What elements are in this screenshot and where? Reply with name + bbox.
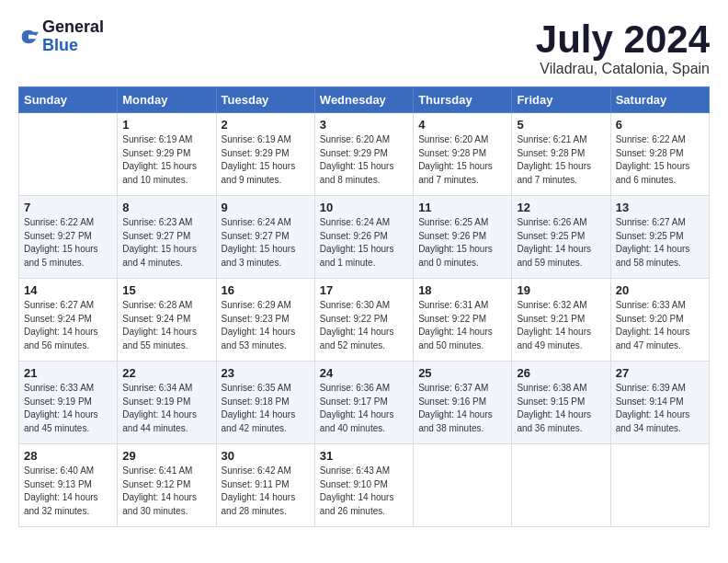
day-number: 20 <box>616 283 704 297</box>
calendar-cell <box>512 444 610 527</box>
cell-info: Sunrise: 6:39 AM Sunset: 9:14 PM Dayligh… <box>616 382 704 435</box>
cell-info: Sunrise: 6:27 AM Sunset: 9:25 PM Dayligh… <box>616 216 704 270</box>
cell-info: Sunrise: 6:20 AM Sunset: 9:29 PM Dayligh… <box>320 133 408 187</box>
calendar-table: Sunday Monday Tuesday Wednesday Thursday… <box>18 86 710 527</box>
header-saturday: Saturday <box>610 87 709 113</box>
logo-blue: Blue <box>42 37 104 55</box>
day-number: 7 <box>24 201 112 214</box>
calendar-cell: 27Sunrise: 6:39 AM Sunset: 9:14 PM Dayli… <box>610 362 709 444</box>
location: Viladrau, Catalonia, Spain <box>536 61 710 77</box>
cell-info: Sunrise: 6:22 AM Sunset: 9:27 PM Dayligh… <box>24 216 112 270</box>
calendar-cell: 1Sunrise: 6:19 AM Sunset: 9:29 PM Daylig… <box>118 113 216 196</box>
day-number: 8 <box>122 201 210 214</box>
calendar-cell: 22Sunrise: 6:34 AM Sunset: 9:19 PM Dayli… <box>118 362 216 444</box>
day-number: 13 <box>616 201 704 214</box>
day-number: 21 <box>24 366 112 380</box>
week-row: 1Sunrise: 6:19 AM Sunset: 9:29 PM Daylig… <box>19 113 710 196</box>
day-number: 2 <box>222 118 310 132</box>
day-number: 6 <box>616 118 704 132</box>
day-number: 14 <box>24 283 112 297</box>
cell-info: Sunrise: 6:40 AM Sunset: 9:13 PM Dayligh… <box>24 465 112 518</box>
day-number: 22 <box>122 366 210 380</box>
calendar-cell: 15Sunrise: 6:28 AM Sunset: 9:24 PM Dayli… <box>118 279 216 362</box>
cell-info: Sunrise: 6:37 AM Sunset: 9:16 PM Dayligh… <box>418 382 506 435</box>
title-block: July 2024 Viladrau, Catalonia, Spain <box>536 18 710 77</box>
calendar-cell: 4Sunrise: 6:20 AM Sunset: 9:28 PM Daylig… <box>414 113 512 196</box>
day-number: 23 <box>222 366 310 380</box>
calendar-cell: 20Sunrise: 6:33 AM Sunset: 9:20 PM Dayli… <box>610 279 709 362</box>
cell-info: Sunrise: 6:24 AM Sunset: 9:26 PM Dayligh… <box>320 216 408 270</box>
day-number: 31 <box>320 449 408 463</box>
day-number: 9 <box>222 201 310 214</box>
day-number: 15 <box>122 283 210 297</box>
header-monday: Monday <box>118 87 216 113</box>
day-number: 27 <box>616 366 704 380</box>
calendar-cell: 18Sunrise: 6:31 AM Sunset: 9:22 PM Dayli… <box>414 279 512 362</box>
day-number: 1 <box>122 118 210 132</box>
header-row: Sunday Monday Tuesday Wednesday Thursday… <box>19 87 710 113</box>
calendar-cell: 16Sunrise: 6:29 AM Sunset: 9:23 PM Dayli… <box>216 279 314 362</box>
calendar-cell: 8Sunrise: 6:23 AM Sunset: 9:27 PM Daylig… <box>118 196 216 279</box>
calendar-cell: 9Sunrise: 6:24 AM Sunset: 9:27 PM Daylig… <box>216 196 314 279</box>
calendar-cell: 30Sunrise: 6:42 AM Sunset: 9:11 PM Dayli… <box>216 444 314 527</box>
calendar-cell: 21Sunrise: 6:33 AM Sunset: 9:19 PM Dayli… <box>19 362 118 444</box>
header-thursday: Thursday <box>414 87 512 113</box>
calendar-cell: 10Sunrise: 6:24 AM Sunset: 9:26 PM Dayli… <box>314 196 413 279</box>
cell-info: Sunrise: 6:33 AM Sunset: 9:19 PM Dayligh… <box>24 382 112 435</box>
logo-general: General <box>42 18 104 37</box>
cell-info: Sunrise: 6:35 AM Sunset: 9:18 PM Dayligh… <box>222 382 310 435</box>
cell-info: Sunrise: 6:41 AM Sunset: 9:12 PM Dayligh… <box>122 465 210 518</box>
day-number: 30 <box>222 449 310 463</box>
cell-info: Sunrise: 6:30 AM Sunset: 9:22 PM Dayligh… <box>320 299 408 352</box>
cell-info: Sunrise: 6:25 AM Sunset: 9:26 PM Dayligh… <box>418 216 506 270</box>
day-number: 18 <box>418 283 506 297</box>
cell-info: Sunrise: 6:29 AM Sunset: 9:23 PM Dayligh… <box>222 299 310 352</box>
cell-info: Sunrise: 6:21 AM Sunset: 9:28 PM Dayligh… <box>517 133 605 187</box>
cell-info: Sunrise: 6:19 AM Sunset: 9:29 PM Dayligh… <box>222 133 310 187</box>
calendar-cell <box>414 444 512 527</box>
cell-info: Sunrise: 6:27 AM Sunset: 9:24 PM Dayligh… <box>24 299 112 352</box>
calendar-cell: 17Sunrise: 6:30 AM Sunset: 9:22 PM Dayli… <box>314 279 413 362</box>
calendar-cell: 3Sunrise: 6:20 AM Sunset: 9:29 PM Daylig… <box>314 113 413 196</box>
calendar-cell <box>19 113 118 196</box>
week-row: 14Sunrise: 6:27 AM Sunset: 9:24 PM Dayli… <box>19 279 710 362</box>
calendar-cell: 28Sunrise: 6:40 AM Sunset: 9:13 PM Dayli… <box>19 444 118 527</box>
cell-info: Sunrise: 6:33 AM Sunset: 9:20 PM Dayligh… <box>616 299 704 352</box>
calendar-cell: 13Sunrise: 6:27 AM Sunset: 9:25 PM Dayli… <box>610 196 709 279</box>
day-number: 29 <box>122 449 210 463</box>
logo-icon <box>18 27 39 47</box>
cell-info: Sunrise: 6:42 AM Sunset: 9:11 PM Dayligh… <box>222 465 310 518</box>
day-number: 26 <box>517 366 605 380</box>
cell-info: Sunrise: 6:28 AM Sunset: 9:24 PM Dayligh… <box>122 299 210 352</box>
calendar-cell: 6Sunrise: 6:22 AM Sunset: 9:28 PM Daylig… <box>610 113 709 196</box>
day-number: 28 <box>24 449 112 463</box>
calendar-cell: 7Sunrise: 6:22 AM Sunset: 9:27 PM Daylig… <box>19 196 118 279</box>
day-number: 19 <box>517 283 605 297</box>
day-number: 25 <box>418 366 506 380</box>
cell-info: Sunrise: 6:36 AM Sunset: 9:17 PM Dayligh… <box>320 382 408 435</box>
page-header: General Blue July 2024 Viladrau, Catalon… <box>18 18 710 77</box>
day-number: 11 <box>418 201 506 214</box>
calendar-cell: 5Sunrise: 6:21 AM Sunset: 9:28 PM Daylig… <box>512 113 610 196</box>
header-wednesday: Wednesday <box>314 87 413 113</box>
cell-info: Sunrise: 6:20 AM Sunset: 9:28 PM Dayligh… <box>418 133 506 187</box>
calendar-cell: 26Sunrise: 6:38 AM Sunset: 9:15 PM Dayli… <box>512 362 610 444</box>
cell-info: Sunrise: 6:32 AM Sunset: 9:21 PM Dayligh… <box>517 299 605 352</box>
cell-info: Sunrise: 6:19 AM Sunset: 9:29 PM Dayligh… <box>122 133 210 187</box>
calendar-cell <box>610 444 709 527</box>
day-number: 10 <box>320 201 408 214</box>
logo: General Blue <box>18 18 104 55</box>
calendar-cell: 2Sunrise: 6:19 AM Sunset: 9:29 PM Daylig… <box>216 113 314 196</box>
week-row: 7Sunrise: 6:22 AM Sunset: 9:27 PM Daylig… <box>19 196 710 279</box>
day-number: 4 <box>418 118 506 132</box>
day-number: 12 <box>517 201 605 214</box>
week-row: 28Sunrise: 6:40 AM Sunset: 9:13 PM Dayli… <box>19 444 710 527</box>
header-tuesday: Tuesday <box>216 87 314 113</box>
calendar-cell: 12Sunrise: 6:26 AM Sunset: 9:25 PM Dayli… <box>512 196 610 279</box>
cell-info: Sunrise: 6:24 AM Sunset: 9:27 PM Dayligh… <box>222 216 310 270</box>
calendar-cell: 29Sunrise: 6:41 AM Sunset: 9:12 PM Dayli… <box>118 444 216 527</box>
cell-info: Sunrise: 6:34 AM Sunset: 9:19 PM Dayligh… <box>122 382 210 435</box>
calendar-cell: 24Sunrise: 6:36 AM Sunset: 9:17 PM Dayli… <box>314 362 413 444</box>
calendar-cell: 14Sunrise: 6:27 AM Sunset: 9:24 PM Dayli… <box>19 279 118 362</box>
day-number: 5 <box>517 118 605 132</box>
